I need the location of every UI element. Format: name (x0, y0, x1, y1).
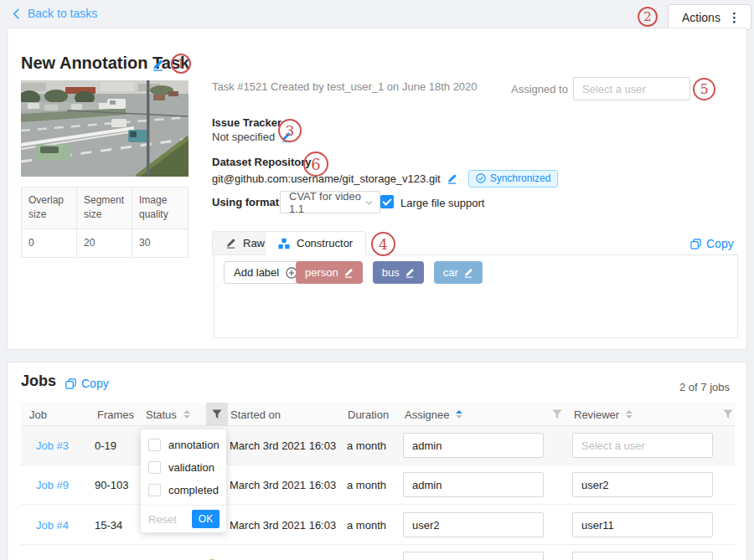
status-cell: completed (146, 545, 218, 560)
column-status[interactable]: Status (146, 403, 190, 426)
tab-constructor-label: Constructor (297, 237, 353, 249)
reviewer-filter-icon[interactable] (723, 403, 733, 426)
label-chips: person bus car (296, 261, 483, 284)
assignee-input[interactable] (403, 433, 544, 458)
column-job: Job (29, 403, 47, 426)
param-value-segment: 20 (77, 229, 132, 258)
back-link-label: Back to tasks (28, 7, 97, 20)
job-link[interactable]: Job #8 (36, 545, 69, 560)
filter-ok-button[interactable]: OK (192, 510, 219, 528)
copy-jobs-button[interactable]: Copy (65, 377, 109, 390)
labels-constructor-box: Add label person bus (214, 254, 738, 338)
edit-task-name-icon[interactable] (152, 59, 164, 71)
reviewer-input[interactable] (572, 433, 713, 458)
frames-cell: 75-94 (95, 545, 122, 560)
copy-labels-label: Copy (706, 237, 734, 250)
sort-icon (183, 410, 190, 419)
dataset-repository-url: git@github.com:username/git_storage_v123… (212, 172, 441, 185)
checkbox-unchecked[interactable] (148, 439, 161, 451)
filter-option-annotation[interactable]: annotation (141, 434, 226, 456)
label-chip-bus-text: bus (382, 266, 400, 279)
checkbox-unchecked[interactable] (148, 484, 161, 496)
issue-tracker-value: Not specified (212, 131, 275, 143)
frames-cell: 0-19 (95, 426, 116, 465)
annotation-marker-2: 2 (638, 7, 658, 27)
actions-label: Actions (682, 11, 720, 24)
copy-labels-button[interactable]: Copy (690, 237, 734, 250)
assigned-to-label: Assigned to (511, 83, 568, 95)
reviewer-input[interactable] (572, 512, 713, 537)
started-cell: March 3rd 2021 16:03 (230, 545, 336, 560)
jobs-card: Jobs Copy 2 of 7 jobs Job Frames Status … (7, 362, 747, 560)
assignee-filter-icon[interactable] (552, 403, 562, 426)
sync-status-text: Synchronized (490, 172, 551, 184)
edit-label-icon[interactable] (463, 268, 473, 278)
started-cell: March 3rd 2021 16:03 (230, 506, 336, 545)
filter-option-validation[interactable]: validation (141, 456, 226, 479)
sort-icon (626, 410, 633, 419)
chevron-down-icon (365, 200, 373, 205)
copy-jobs-label: Copy (81, 377, 109, 390)
assignee-input[interactable] (403, 512, 544, 537)
status-filter-dropdown: annotation validation completed Reset OK (141, 429, 226, 532)
started-cell: March 3rd 2021 16:03 (230, 465, 336, 505)
sort-icon-active (456, 410, 462, 419)
label-chip-car[interactable]: car (434, 261, 483, 284)
edit-label-icon[interactable] (343, 268, 354, 278)
filter-option-completed[interactable]: completed (141, 479, 226, 501)
actions-button[interactable]: Actions ⋮ (668, 4, 751, 30)
filter-option-label: completed (168, 484, 219, 496)
using-format-label: Using format: (212, 196, 283, 208)
label-chip-car-text: car (443, 266, 458, 279)
tab-constructor[interactable]: Constructor (265, 231, 366, 255)
back-to-tasks-link[interactable]: Back to tasks (12, 7, 97, 20)
jobs-count: 2 of 7 jobs (679, 381, 730, 393)
annotation-marker-3: 3 (278, 119, 302, 142)
task-params-table: Overlap size Segment size Image quality … (21, 187, 188, 258)
param-value-overlap: 0 (22, 229, 77, 258)
assignee-input[interactable] (403, 472, 544, 497)
task-preview-image (21, 80, 188, 177)
column-assignee[interactable]: Assignee (405, 403, 462, 426)
started-cell: March 3rd 2021 16:03 (230, 426, 336, 465)
task-details-card: New Annotation Task (7, 28, 747, 350)
job-link[interactable]: Job #3 (36, 426, 69, 465)
reviewer-input[interactable] (572, 552, 713, 560)
job-link[interactable]: Job #4 (36, 506, 69, 545)
edit-label-icon[interactable] (405, 268, 415, 278)
large-file-checkbox[interactable] (380, 195, 394, 208)
status-filter-icon[interactable] (206, 403, 228, 426)
format-select-value: CVAT for video 1.1 (289, 190, 365, 215)
issue-tracker-label: Issue Tracker (212, 116, 281, 129)
format-select[interactable]: CVAT for video 1.1 (280, 191, 380, 213)
large-file-label: Large file support (400, 197, 484, 209)
edit-repository-icon[interactable] (447, 173, 457, 184)
assigned-to-input[interactable] (573, 77, 690, 100)
column-started: Started on (230, 403, 281, 426)
sync-status-badge: Synchronized (468, 170, 559, 188)
reviewer-input[interactable] (572, 472, 713, 497)
label-chip-bus[interactable]: bus (373, 261, 424, 284)
param-header-segment: Segment size (77, 188, 132, 229)
filter-option-label: annotation (168, 439, 219, 451)
filter-option-label: validation (168, 461, 214, 474)
jobs-table-header: Job Frames Status Started on Duration As… (21, 403, 735, 426)
annotation-marker-5: 5 (693, 78, 715, 100)
filter-reset-button[interactable]: Reset (148, 513, 177, 526)
job-link[interactable]: Job #9 (36, 465, 69, 505)
jobs-title: Jobs (21, 372, 56, 390)
checkbox-unchecked[interactable] (148, 461, 161, 474)
copy-icon (65, 378, 76, 389)
duration-cell: a month (347, 506, 386, 545)
dataset-repository-label: Dataset Repository (212, 156, 311, 168)
column-frames: Frames (97, 403, 134, 426)
assignee-input[interactable] (403, 552, 544, 560)
label-chip-person[interactable]: person (296, 261, 363, 284)
label-chip-person-text: person (305, 266, 338, 279)
chevron-left-icon (12, 8, 21, 19)
annotation-marker-6: 6 (303, 152, 328, 177)
column-reviewer[interactable]: Reviewer (574, 403, 633, 426)
add-label-text: Add label (234, 266, 279, 279)
table-row-job3: Job #3 0-19 March 3rd 2021 16:03 a month (21, 426, 735, 465)
copy-icon (690, 239, 701, 249)
